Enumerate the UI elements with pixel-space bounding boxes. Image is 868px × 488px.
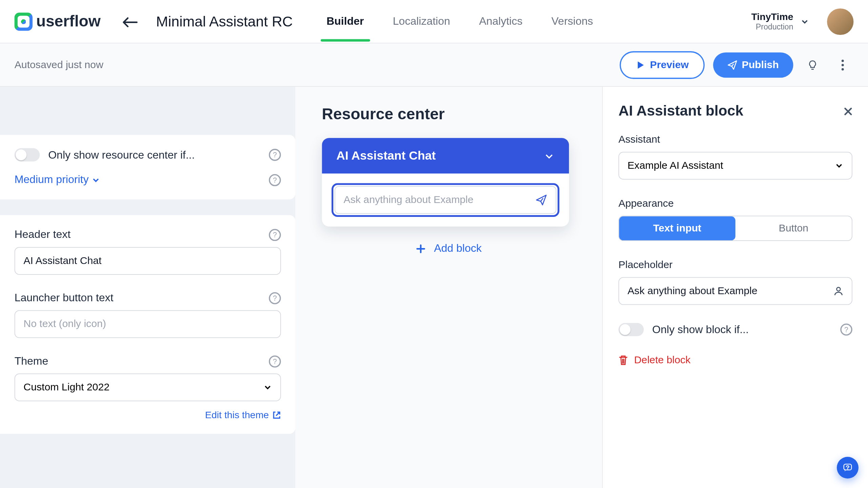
paper-plane-icon (535, 194, 548, 206)
more-menu-button[interactable] (832, 54, 853, 76)
placeholder-label: Placeholder (618, 259, 852, 271)
svg-point-2 (842, 68, 844, 70)
svg-point-1 (842, 64, 844, 66)
workspace-switcher[interactable]: TinyTime Production (751, 12, 809, 32)
help-icon[interactable]: ? (269, 292, 281, 304)
back-button[interactable] (118, 11, 143, 32)
show-block-if-toggle[interactable] (618, 323, 644, 336)
show-if-label: Only show resource center if... (48, 148, 260, 161)
show-block-if-label: Only show block if... (652, 323, 832, 336)
assistant-select[interactable]: Example AI Assistant (618, 152, 852, 180)
help-icon[interactable]: ? (269, 355, 281, 367)
brand-name: userflow (36, 12, 101, 31)
close-icon (844, 107, 852, 116)
chevron-down-icon (544, 150, 555, 161)
appearance-button[interactable]: Button (735, 216, 852, 240)
plus-icon (416, 244, 426, 253)
delete-block-button[interactable]: Delete block (618, 354, 852, 366)
workspace-name: TinyTime (751, 12, 793, 22)
edit-theme-link[interactable]: Edit this theme (205, 410, 281, 421)
trash-icon (618, 355, 628, 366)
priority-value: Medium priority (15, 174, 89, 186)
tab-analytics[interactable]: Analytics (479, 2, 522, 41)
panel-title: AI Assistant block (618, 102, 743, 119)
arrow-left-icon (122, 17, 138, 27)
help-icon[interactable]: ? (840, 324, 852, 336)
close-panel-button[interactable] (844, 104, 852, 118)
launcher-text-input[interactable] (15, 310, 281, 338)
help-chat-icon (843, 463, 853, 473)
center-canvas: Resource center AI Assistant Chat Ask an… (295, 87, 603, 488)
action-bar: Autosaved just now Preview Publish (0, 43, 868, 87)
help-fab[interactable] (837, 457, 859, 479)
chat-placeholder: Ask anything about Example (343, 194, 535, 206)
workspace-env: Production (751, 22, 793, 32)
block-header-text: AI Assistant Chat (336, 149, 436, 163)
svg-point-3 (837, 287, 841, 291)
user-avatar[interactable] (827, 8, 853, 35)
settings-card: Header text ? Launcher button text ? The… (0, 215, 295, 434)
assistant-label: Assistant (618, 134, 852, 146)
priority-dropdown[interactable]: Medium priority (15, 174, 100, 186)
play-icon (635, 60, 645, 69)
appearance-text-input[interactable]: Text input (619, 216, 735, 240)
chat-input-selected[interactable]: Ask anything about Example (332, 183, 559, 217)
properties-panel: AI Assistant block Assistant Example AI … (603, 87, 868, 488)
chevron-down-icon (801, 17, 809, 26)
block-header[interactable]: AI Assistant Chat (322, 138, 569, 174)
tab-localization[interactable]: Localization (393, 2, 450, 41)
appearance-label: Appearance (618, 198, 852, 210)
publish-label: Publish (742, 59, 779, 71)
tab-builder[interactable]: Builder (327, 2, 364, 41)
top-navbar: userflow Minimal Assistant RC Builder Lo… (0, 0, 868, 43)
canvas-title: Resource center (322, 105, 575, 123)
left-panel: Only show resource center if... ? Medium… (0, 87, 295, 488)
theme-label: Theme (15, 355, 48, 367)
placeholder-input[interactable] (618, 277, 852, 305)
brand-logo[interactable]: userflow (15, 12, 101, 31)
edit-theme-label: Edit this theme (205, 410, 269, 421)
tips-button[interactable] (802, 54, 823, 76)
chevron-down-icon (835, 161, 843, 170)
preview-button[interactable]: Preview (620, 51, 704, 79)
assistant-value: Example AI Assistant (628, 160, 723, 172)
kebab-icon (842, 59, 844, 70)
main-area: Only show resource center if... ? Medium… (0, 87, 868, 488)
help-icon[interactable]: ? (269, 149, 281, 161)
resource-center-block[interactable]: AI Assistant Chat Ask anything about Exa… (322, 138, 569, 226)
preview-label: Preview (650, 59, 689, 71)
paper-plane-icon (727, 60, 737, 69)
lightbulb-icon (807, 59, 818, 70)
appearance-segmented: Text input Button (618, 216, 852, 241)
add-block-button[interactable]: Add block (322, 242, 575, 255)
visibility-card: Only show resource center if... ? Medium… (0, 135, 295, 199)
person-icon[interactable] (833, 286, 844, 297)
show-if-toggle[interactable] (15, 148, 40, 161)
theme-value: Custom Light 2022 (23, 381, 110, 393)
help-icon[interactable]: ? (269, 229, 281, 241)
autosave-status: Autosaved just now (15, 59, 103, 71)
header-text-label: Header text (15, 228, 71, 241)
add-block-label: Add block (434, 242, 482, 255)
delete-block-label: Delete block (634, 354, 690, 366)
logo-mark-icon (15, 12, 33, 30)
main-tabs: Builder Localization Analytics Versions (327, 2, 593, 41)
svg-point-5 (848, 469, 848, 469)
theme-select[interactable]: Custom Light 2022 (15, 373, 281, 401)
svg-point-0 (842, 59, 844, 62)
page-title: Minimal Assistant RC (156, 13, 293, 30)
chevron-down-icon (263, 383, 272, 392)
header-text-input[interactable] (15, 247, 281, 275)
external-link-icon (273, 411, 281, 419)
chevron-down-icon (92, 176, 99, 183)
publish-button[interactable]: Publish (713, 52, 793, 78)
tab-versions[interactable]: Versions (551, 2, 593, 41)
help-icon[interactable]: ? (269, 174, 281, 186)
launcher-text-label: Launcher button text (15, 291, 114, 304)
